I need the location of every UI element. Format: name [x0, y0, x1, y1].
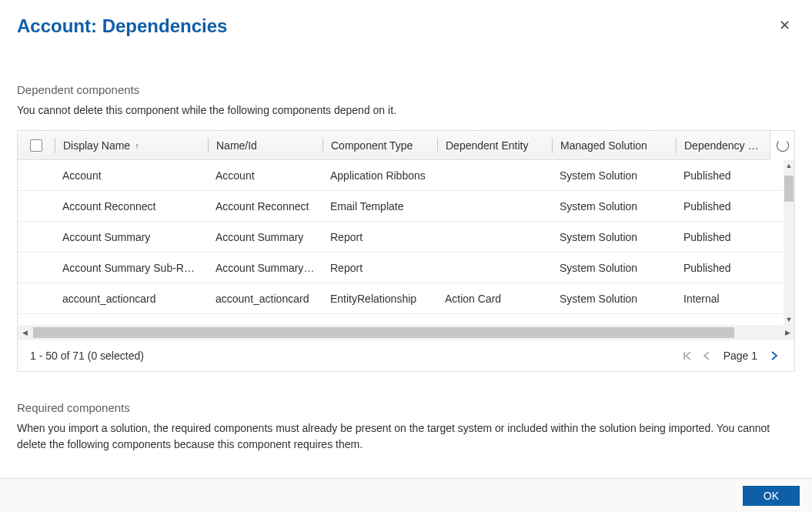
next-page-button[interactable]: [767, 349, 782, 363]
cell-display-name: Account Reconnect: [55, 200, 208, 212]
cell-name-id: Account: [208, 169, 322, 182]
vertical-scrollbar[interactable]: ▲ ▼: [784, 160, 794, 325]
scroll-up-icon[interactable]: ▲: [784, 160, 794, 171]
cell-dependency: Published: [676, 169, 762, 182]
cell-name-id: Account Summary: [208, 231, 322, 243]
prev-page-icon: [702, 350, 711, 361]
cell-managed-solution: System Solution: [552, 293, 676, 305]
cell-dependency: Internal: [676, 293, 762, 305]
cell-managed-solution: System Solution: [552, 200, 676, 212]
column-header-label: Managed Solution: [560, 139, 647, 152]
column-header-component-type[interactable]: Component Type: [323, 139, 437, 152]
cell-display-name: Account: [55, 169, 208, 182]
page-label: Page 1: [723, 350, 757, 362]
cell-display-name: account_actioncard: [55, 293, 208, 305]
column-header-label: Dependency …: [684, 139, 759, 152]
cell-component-type: Report: [322, 262, 437, 274]
next-page-icon: [770, 350, 779, 361]
cell-display-name: Account Summary: [55, 231, 208, 243]
refresh-button[interactable]: [770, 131, 794, 160]
cell-display-name: Account Summary Sub-Report: [55, 262, 208, 274]
grid-header-row: Display Name ↑ Name/Id Component Type De…: [18, 131, 794, 160]
required-section-title: Required components: [17, 401, 795, 414]
close-button[interactable]: ✕: [774, 15, 795, 35]
column-header-dependency[interactable]: Dependency …: [677, 139, 761, 152]
cell-dependency: Published: [676, 200, 762, 212]
dependent-grid: Display Name ↑ Name/Id Component Type De…: [17, 130, 795, 372]
column-header-name-id[interactable]: Name/Id: [209, 139, 322, 152]
cell-name-id: Account Reconnect: [208, 200, 322, 212]
cell-component-type: EntityRelationship: [322, 293, 437, 305]
table-row[interactable]: account_actioncardaccount_actioncardEnti…: [18, 283, 784, 314]
table-row[interactable]: AccountAccountApplication RibbonsSystem …: [18, 160, 784, 191]
cell-component-type: Application Ribbons: [322, 169, 437, 182]
column-header-dependent-entity[interactable]: Dependent Entity: [438, 139, 552, 152]
scroll-down-icon[interactable]: ▼: [784, 314, 794, 325]
grid-record-status: 1 - 50 of 71 (0 selected): [30, 350, 144, 362]
horizontal-scrollbar[interactable]: ◀ ▶: [18, 325, 794, 340]
scroll-left-icon[interactable]: ◀: [18, 325, 32, 340]
horizontal-scroll-thumb[interactable]: [33, 327, 779, 338]
sort-ascending-icon: ↑: [135, 141, 139, 150]
table-row[interactable]: Account ReconnectAccount ReconnectEmail …: [18, 191, 784, 222]
ok-button[interactable]: OK: [743, 486, 800, 506]
table-row[interactable]: Account SummaryAccount SummaryReportSyst…: [18, 222, 784, 253]
dependent-section-description: You cannot delete this component while t…: [17, 102, 795, 118]
cell-component-type: Report: [322, 231, 437, 243]
cell-dependency: Published: [676, 231, 762, 243]
prev-page-button[interactable]: [699, 349, 714, 363]
cell-dependency: Published: [676, 262, 762, 274]
first-page-icon: [682, 350, 693, 361]
first-page-button[interactable]: [679, 349, 696, 363]
cell-component-type: Email Template: [322, 200, 437, 212]
refresh-icon: [777, 139, 789, 152]
cell-name-id: Account Summary S…: [208, 262, 322, 274]
table-row[interactable]: Account Summary Sub-ReportAccount Summar…: [18, 253, 784, 283]
cell-managed-solution: System Solution: [552, 262, 676, 274]
dependent-section-title: Dependent components: [17, 83, 795, 96]
cell-managed-solution: System Solution: [552, 169, 676, 182]
select-all-checkbox[interactable]: [30, 139, 42, 152]
scroll-right-icon[interactable]: ▶: [780, 325, 794, 340]
dialog-title: Account: Dependencies: [17, 15, 227, 37]
cell-dependent-entity: Action Card: [437, 293, 552, 305]
column-header-managed-solution[interactable]: Managed Solution: [553, 139, 676, 152]
cell-managed-solution: System Solution: [552, 231, 676, 243]
column-header-display-name[interactable]: Display Name ↑: [55, 139, 208, 152]
column-header-label: Dependent Entity: [446, 139, 528, 152]
vertical-scroll-thumb[interactable]: [784, 176, 794, 202]
column-header-label: Component Type: [331, 139, 413, 152]
column-header-label: Name/Id: [216, 139, 257, 152]
required-section-description: When you import a solution, the required…: [17, 420, 795, 452]
cell-name-id: account_actioncard: [208, 293, 322, 305]
column-header-label: Display Name: [63, 139, 130, 152]
